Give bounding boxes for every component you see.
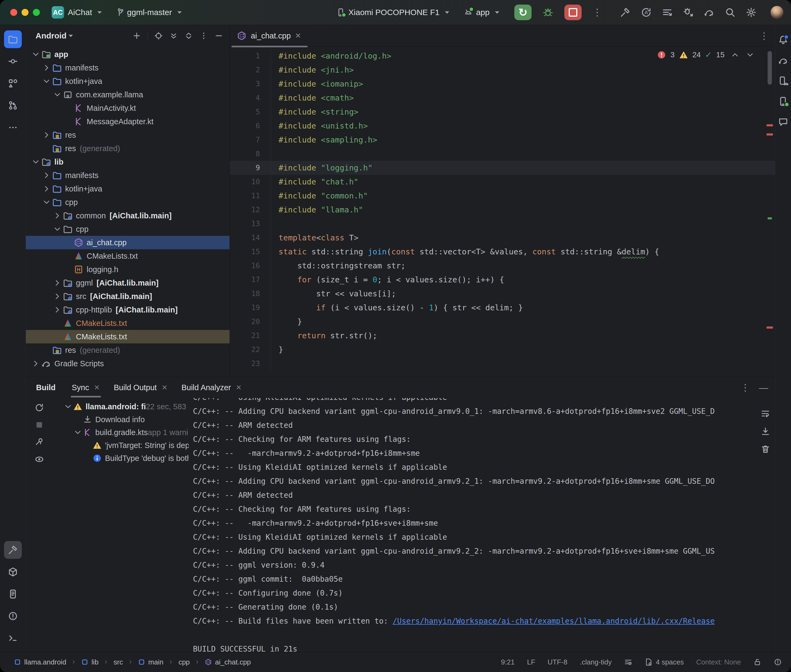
build-tab-build-analyzer[interactable]: Build Analyzer✕ [175,377,249,398]
inspections-toggle-icon[interactable] [624,658,632,666]
select-opened-file-icon[interactable] [154,32,163,40]
settings-icon[interactable] [746,7,757,18]
branch-selector[interactable]: ggml-master [115,8,182,17]
running-devices-tool[interactable] [777,94,790,109]
tree-item-lib[interactable]: lib [26,155,229,169]
device-mirroring-icon[interactable] [662,7,672,18]
breadcrumb-item-cpp[interactable]: cpp [178,658,190,666]
code-line[interactable]: 5#include <string> [230,105,775,119]
code-line[interactable]: 13 [230,217,775,231]
tree-item-ggml[interactable]: ggml[AiChat.lib.main] [26,276,229,290]
code-line[interactable]: 2#include <jni.h> [230,63,775,77]
editor-scrollbar[interactable] [768,51,772,85]
error-stripe-mark[interactable] [767,124,773,126]
code-line[interactable]: 15static std::string join(const std::vec… [230,245,775,259]
build-options-button[interactable]: ⋮ [741,382,750,393]
code-line[interactable]: 11#include "common.h" [230,189,775,203]
pull-requests-tool[interactable] [4,96,22,114]
code-line[interactable]: 10#include "chat.h" [230,175,775,189]
tree-item-kotlin-java[interactable]: kotlin+java [26,75,229,88]
tree-item-cmakelists-txt[interactable]: CMakeLists.txt [26,249,229,263]
build-icon[interactable] [620,7,631,18]
inspections-widget[interactable]: 3 24 ✓ 15 [657,50,755,59]
code-line[interactable]: 14template<class T> [230,231,775,245]
code-line[interactable]: 7#include <sampling.h> [230,133,775,147]
chevron-down-icon[interactable] [42,198,51,207]
gradle-tool[interactable] [777,53,790,68]
code-line[interactable]: 9#include "logging.h" [230,161,775,175]
hide-panel-icon[interactable] [215,32,223,40]
tree-item-cpp-httplib[interactable]: cpp-httplib[AiChat.lib.main] [26,303,229,317]
avatar[interactable] [770,6,783,19]
build-tab-build-output[interactable]: Build Output✕ [107,377,175,398]
tree-item-gradle-scripts[interactable]: Gradle Scripts [26,357,229,370]
build-tab-sync[interactable]: Sync✕ [65,377,107,398]
event-log-icon[interactable] [774,658,782,666]
breadcrumb-item-ai-chat-cpp[interactable]: Cai_chat.cpp [205,658,251,666]
collapse-all-icon[interactable] [185,32,193,40]
project-view-selector[interactable]: Android [35,31,66,40]
chevron-right-icon[interactable] [42,130,51,139]
device-selector[interactable]: Xiaomi POCOPHONE F1 [336,8,449,17]
profiler-icon[interactable]: A [641,7,651,18]
code-line[interactable]: 19 if (i < values.size() - 1) { str << d… [230,301,775,315]
tree-item-res[interactable]: res [26,128,229,142]
notifications[interactable] [777,32,790,48]
problems-tool[interactable] [4,607,22,625]
build-tool[interactable] [4,541,22,559]
run-button[interactable]: ↻ [514,5,531,20]
code-line[interactable]: 22} [230,342,775,357]
tree-item-manifests[interactable]: manifests [26,61,229,75]
editor-options-button[interactable]: ⋮ [759,30,769,41]
project-tool[interactable] [4,30,22,48]
code-line[interactable]: 16 std::ostringstream str; [230,259,775,273]
chevron-right-icon[interactable] [42,171,51,180]
editor-tab[interactable]: C ai_chat.cpp ✕ [230,25,309,46]
tree-item-cpp[interactable]: cpp [26,195,229,209]
code-line[interactable]: 3#include <iomanip> [230,77,775,91]
code-line[interactable]: 6#include <unistd.h> [230,119,775,133]
next-problem-button[interactable] [746,50,755,59]
tree-item-app[interactable]: app [26,48,229,61]
run-config-selector[interactable]: app [464,8,499,17]
chevron-right-icon[interactable] [42,184,51,194]
tree-item-cmakelists-txt[interactable]: CMakeLists.txt [26,330,229,343]
change-stripe-mark[interactable] [768,217,772,219]
sync-tree-item[interactable]: build.gradle.kts app 1 warning [53,426,189,439]
tree-item-ai-chat-cpp[interactable]: Cai_chat.cpp [26,236,229,249]
line-ending[interactable]: LF [527,658,535,666]
options-icon[interactable] [199,32,208,40]
file-encoding[interactable]: UTF-8 [548,658,568,666]
clear-all-icon[interactable] [761,444,770,454]
scroll-to-end-icon[interactable] [761,427,770,436]
breadcrumb-item-lib[interactable]: lib [81,658,98,666]
code-line[interactable]: 12#include "llama.h" [230,203,775,217]
stop-disabled-icon[interactable] [34,420,44,430]
tree-item-res[interactable]: res(generated) [26,343,229,357]
debug-button[interactable] [542,6,554,19]
sync-tree-item[interactable]: Download info [53,413,189,426]
sync-tree-item[interactable]: llama.android: fi 22 sec, 583 ms [53,400,189,413]
tree-item-com-example-llama[interactable]: com.example.llama [26,88,229,101]
minimize-window-button[interactable] [21,9,29,16]
console-link[interactable]: /Users/hanyin/Workspace/ai-chat/examples… [393,617,715,626]
tree-item-src[interactable]: src[AiChat.lib.main] [26,290,229,303]
chevron-down-icon[interactable] [42,77,51,86]
code-line[interactable]: 17 for (size_t i = 0; i < values.size();… [230,273,775,286]
stop-button[interactable] [565,5,582,20]
structure-tool[interactable] [4,75,22,92]
search-everywhere-icon[interactable] [725,7,736,18]
tree-item-res[interactable]: res(generated) [26,142,229,155]
packages-tool[interactable] [4,563,22,581]
code-editor[interactable]: 1#include <android/log.h>2#include <jni.… [230,47,775,377]
chevron-right-icon[interactable] [53,292,62,301]
chevron-down-icon[interactable] [73,428,82,437]
zoom-window-button[interactable] [33,9,40,16]
sync-tree-item[interactable]: 'jvmTarget: String' is deprec [53,439,189,452]
sync-project-icon[interactable] [704,7,714,18]
code-line[interactable]: 23 [230,357,775,371]
tree-item-kotlin-java[interactable]: kotlin+java [26,182,229,195]
tree-item-manifests[interactable]: manifests [26,169,229,182]
close-icon[interactable]: ✕ [162,384,167,392]
gemini-tool[interactable] [777,114,790,130]
